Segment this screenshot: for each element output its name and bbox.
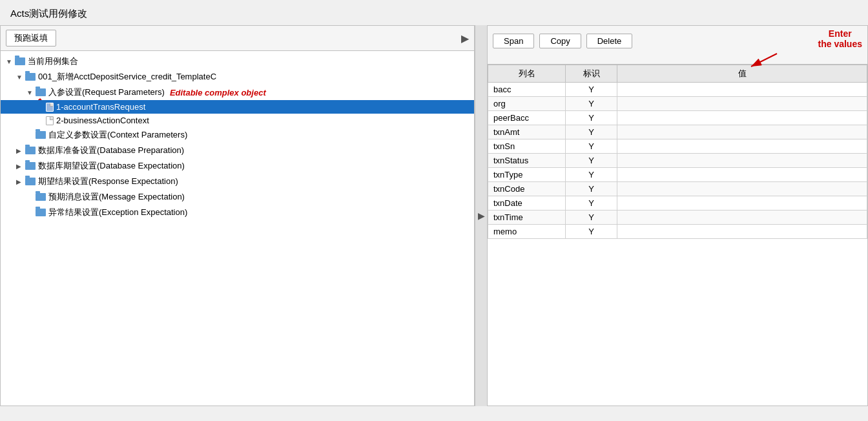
table-row[interactable]: orgY — [488, 97, 867, 111]
table-row[interactable]: memoY — [488, 225, 867, 239]
table-row[interactable]: txnStatusY — [488, 154, 867, 168]
tree-item-9[interactable]: 预期消息设置(Message Expectation) — [1, 189, 474, 205]
divider-icon: ▶ — [478, 211, 485, 221]
table-row[interactable]: txnDateY — [488, 196, 867, 211]
right-toolbar: Span Copy Delete Enterthe values — [488, 26, 867, 65]
table-row[interactable]: txnTimeY — [488, 211, 867, 225]
cell-name: txnStatus — [488, 154, 566, 168]
cell-name: txnType — [488, 168, 566, 182]
cell-mark: Y — [566, 154, 617, 168]
cell-name: memo — [488, 225, 566, 239]
tree-item-label: 期望结果设置(Response Expectation) — [38, 176, 178, 187]
cell-value[interactable] — [617, 97, 867, 111]
tree-item-label: 自定义参数设置(Context Parameters) — [48, 129, 187, 141]
folder-icon — [36, 209, 46, 216]
expand-icon: ▼ — [16, 74, 25, 81]
delete-button[interactable]: Delete — [586, 34, 633, 48]
folder-icon — [15, 57, 25, 65]
cell-mark: Y — [566, 83, 617, 97]
enter-values-label: Enterthe values — [818, 28, 862, 49]
cell-mark: Y — [566, 225, 617, 239]
cell-value[interactable] — [617, 125, 867, 139]
file-icon — [46, 116, 54, 125]
svg-line-1 — [751, 54, 777, 67]
cell-name: txnTime — [488, 211, 566, 225]
expand-icon: ▼ — [26, 89, 36, 96]
cell-value[interactable] — [617, 83, 867, 97]
cell-value[interactable] — [617, 111, 867, 125]
folder-icon — [25, 162, 36, 170]
right-panel: Span Copy Delete Enterthe values — [488, 25, 868, 406]
cell-mark: Y — [566, 211, 617, 225]
folder-icon — [25, 178, 36, 185]
cell-value[interactable] — [617, 182, 867, 196]
left-panel: 预跑返填 ▶ ▼ 当前用例集合 ▼ 001_新增AcctDepositServi… — [0, 25, 475, 406]
tree-item-7[interactable]: ▶ 数据库期望设置(Database Expectation) — [1, 158, 474, 174]
tree-item-label: 数据库准备设置(Database Preparation) — [38, 145, 184, 156]
cell-mark: Y — [566, 168, 617, 182]
tree-area: ▼ 当前用例集合 ▼ 001_新增AcctDepositService_cred… — [1, 51, 474, 406]
collapse-arrow-button[interactable]: ▶ — [461, 32, 469, 45]
tree-item-10[interactable]: 异常结果设置(Exception Expectation) — [1, 205, 474, 220]
editable-complex-label: Editable complex object — [170, 88, 266, 98]
table-row[interactable]: txnAmtY — [488, 125, 867, 139]
cell-value[interactable] — [617, 211, 867, 225]
cell-value[interactable] — [617, 196, 867, 211]
tree-item-4[interactable]: 2-businessActionContext — [1, 114, 474, 127]
cell-mark: Y — [566, 182, 617, 196]
tree-item-label: 2-businessActionContext — [56, 116, 149, 125]
cell-value[interactable] — [617, 139, 867, 154]
title-bar: Acts测试用例修改 — [0, 0, 868, 25]
folder-icon — [36, 131, 46, 139]
cell-name: peerBacc — [488, 111, 566, 125]
tree-item-1[interactable]: ▼ 001_新增AcctDepositService_credit_Templa… — [1, 69, 474, 85]
data-table: 列名 标识 值 baccYorgYpeerBaccYtxnAmtYtxnSnYt… — [488, 65, 867, 239]
expand-icon: ▶ — [16, 147, 25, 154]
tree-item-label: 当前用例集合 — [28, 56, 78, 67]
table-row[interactable]: txnCodeY — [488, 182, 867, 196]
folder-icon — [25, 147, 36, 154]
cell-name: txnCode — [488, 182, 566, 196]
tree-item-2[interactable]: ▼ 入参设置(Request Parameters) Editable comp… — [1, 85, 474, 100]
tree-item-3[interactable]: 1-accountTransRequest — [1, 100, 474, 114]
copy-button[interactable]: Copy — [539, 34, 581, 48]
cell-mark: Y — [566, 196, 617, 211]
cell-mark: Y — [566, 111, 617, 125]
cell-value[interactable] — [617, 168, 867, 182]
table-row[interactable]: peerBaccY — [488, 111, 867, 125]
cell-mark: Y — [566, 125, 617, 139]
cell-name: txnAmt — [488, 125, 566, 139]
tree-item-label: 001_新增AcctDepositService_credit_Template… — [38, 71, 216, 83]
expand-icon: ▼ — [6, 58, 15, 65]
tree-item-label: 异常结果设置(Exception Expectation) — [48, 207, 187, 218]
cell-value[interactable] — [617, 225, 867, 239]
page-title: Acts测试用例修改 — [10, 8, 87, 19]
folder-icon — [36, 193, 46, 201]
cell-name: org — [488, 97, 566, 111]
enter-values-annotation: Enterthe values — [818, 28, 862, 49]
cell-mark: Y — [566, 139, 617, 154]
col-header-value: 值 — [617, 65, 867, 83]
panel-divider[interactable]: ▶ — [475, 25, 488, 406]
folder-icon — [25, 73, 36, 81]
cell-name: bacc — [488, 83, 566, 97]
tree-item-label: 入参设置(Request Parameters) — [48, 87, 165, 98]
tree-item-8[interactable]: ▶ 期望结果设置(Response Expectation) — [1, 174, 474, 189]
table-row[interactable]: baccY — [488, 83, 867, 97]
tree-item-6[interactable]: ▶ 数据库准备设置(Database Preparation) — [1, 143, 474, 158]
cell-value[interactable] — [617, 154, 867, 168]
table-row[interactable]: txnTypeY — [488, 168, 867, 182]
cell-name: txnSn — [488, 139, 566, 154]
table-row[interactable]: txnSnY — [488, 139, 867, 154]
prerun-button[interactable]: 预跑返填 — [6, 30, 56, 46]
col-header-name: 列名 — [488, 65, 566, 83]
span-button[interactable]: Span — [493, 34, 534, 48]
tree-item-label: 数据库期望设置(Database Expectation) — [38, 160, 185, 172]
tree-item-5[interactable]: 自定义参数设置(Context Parameters) — [1, 127, 474, 143]
enter-values-arrow — [745, 50, 783, 72]
cell-name: txnDate — [488, 196, 566, 211]
tree-item-root[interactable]: ▼ 当前用例集合 — [1, 54, 474, 69]
expand-icon: ▶ — [16, 163, 25, 170]
cell-mark: Y — [566, 97, 617, 111]
tree-item-label: 1-accountTransRequest — [56, 102, 145, 112]
